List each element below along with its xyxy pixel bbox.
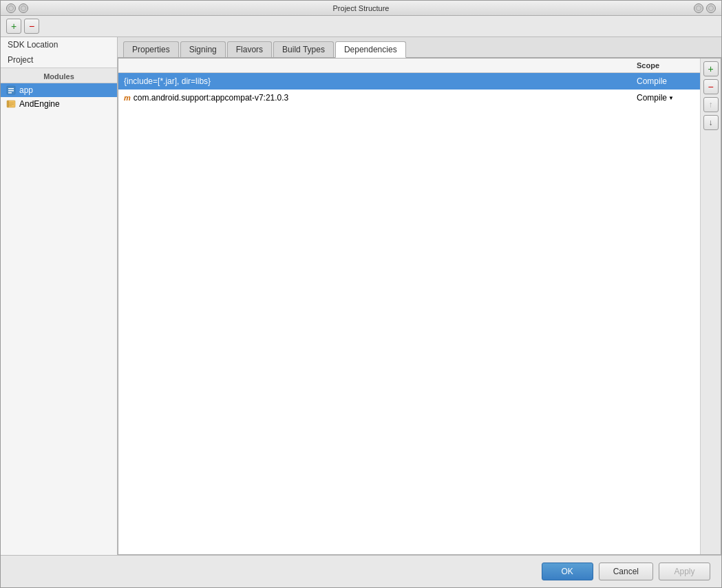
svg-point-2 <box>697 6 701 10</box>
table-row[interactable]: {include=[*.jar], dir=libs} Compile <box>118 73 700 90</box>
dep-move-up-button[interactable]: ↑ <box>703 97 719 112</box>
dep-name-text-1: {include=[*.jar], dir=libs} <box>124 76 211 86</box>
toolbar-remove-button[interactable]: − <box>24 19 39 34</box>
svg-rect-5 <box>8 88 14 90</box>
dep-row-name-2: m com.android.support:appcompat-v7:21.0.… <box>118 91 631 105</box>
lib-module-icon <box>6 99 16 109</box>
tab-properties[interactable]: Properties <box>123 41 179 57</box>
tab-signing[interactable]: Signing <box>180 41 226 57</box>
dep-row-scope-2: Compile ▼ <box>631 91 700 105</box>
table-row[interactable]: m com.android.support:appcompat-v7:21.0.… <box>118 90 700 106</box>
title-bar: Project Structure <box>1 1 721 16</box>
dep-remove-button[interactable]: − <box>703 79 719 94</box>
svg-rect-12 <box>8 105 12 106</box>
dep-scope-value-2: Compile <box>637 93 667 103</box>
dependencies-panel: Scope {include=[*.jar], dir=libs} Compil… <box>118 58 721 555</box>
svg-point-0 <box>9 6 14 10</box>
tab-flavors[interactable]: Flavors <box>227 41 272 57</box>
sidebar-modules-header: Modules <box>1 67 117 83</box>
tabs-bar: Properties Signing Flavors Build Types D… <box>118 37 721 58</box>
dependencies-table: Scope {include=[*.jar], dir=libs} Compil… <box>118 59 700 554</box>
tab-dependencies[interactable]: Dependencies <box>335 41 406 58</box>
tab-build-types[interactable]: Build Types <box>273 41 334 57</box>
dep-row-scope-1: Compile <box>631 74 700 88</box>
minimize-button[interactable] <box>19 3 28 13</box>
sidebar-andengine-label: AndEngine <box>19 99 60 109</box>
main-area: SDK Location Project Modules app <box>1 37 721 555</box>
svg-rect-11 <box>8 104 14 105</box>
help-button[interactable] <box>694 3 703 13</box>
project-structure-window: Project Structure + − SDK Location Proje… <box>0 0 722 588</box>
content-panel: Properties Signing Flavors Build Types D… <box>118 37 721 555</box>
title-bar-right <box>694 3 716 13</box>
ok-button[interactable]: OK <box>542 563 593 580</box>
app-module-icon <box>6 85 16 95</box>
bottom-bar: OK Cancel Apply <box>1 555 721 587</box>
dep-move-down-button[interactable]: ↓ <box>703 115 719 130</box>
sidebar-app-label: app <box>19 85 33 95</box>
sidebar-item-sdk-location[interactable]: SDK Location <box>1 37 117 52</box>
svg-rect-10 <box>8 103 14 103</box>
dep-row-name-1: {include=[*.jar], dir=libs} <box>118 74 631 88</box>
side-buttons: + − ↑ ↓ <box>700 59 721 554</box>
dep-add-button[interactable]: + <box>703 61 719 76</box>
scope-dropdown-2[interactable]: Compile ▼ <box>637 93 694 103</box>
svg-point-1 <box>21 6 26 10</box>
settings-button[interactable] <box>706 3 716 13</box>
dep-name-text-2: com.android.support:appcompat-v7:21.0.3 <box>134 93 288 103</box>
maven-icon: m <box>124 94 131 102</box>
window-title: Project Structure <box>28 4 694 12</box>
dep-scope-text-1: Compile <box>637 76 667 86</box>
sidebar: SDK Location Project Modules app <box>1 37 118 555</box>
sidebar-item-andengine[interactable]: AndEngine <box>1 97 117 111</box>
svg-rect-7 <box>8 92 12 94</box>
toolbar: + − <box>1 16 721 37</box>
svg-point-3 <box>709 6 714 10</box>
cancel-button[interactable]: Cancel <box>599 563 653 580</box>
apply-button[interactable]: Apply <box>659 563 710 580</box>
dep-col-scope-header: Scope <box>631 59 700 72</box>
dep-col-name-header <box>118 59 631 72</box>
sidebar-item-app[interactable]: app <box>1 83 117 97</box>
toolbar-add-button[interactable]: + <box>6 19 21 34</box>
sidebar-item-project[interactable]: Project <box>1 52 117 67</box>
title-bar-controls <box>6 3 28 13</box>
dep-table-header: Scope <box>118 59 700 73</box>
close-button[interactable] <box>6 3 16 13</box>
svg-rect-6 <box>8 90 14 92</box>
dropdown-arrow-icon: ▼ <box>668 95 674 101</box>
